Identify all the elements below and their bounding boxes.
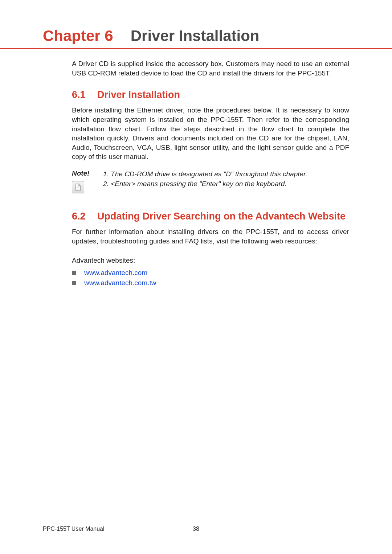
bullet-icon xyxy=(72,271,76,275)
footer-page-number: 38 xyxy=(193,526,199,532)
list-item: www.advantech.com xyxy=(72,269,349,277)
chapter-header: Chapter 6 Driver Installation xyxy=(43,27,349,49)
chapter-label: Chapter 6 xyxy=(43,27,113,45)
note-document-icon xyxy=(72,181,84,193)
note-left-column: Note! xyxy=(72,169,97,193)
note-label: Note! xyxy=(72,169,90,177)
page: Chapter 6 Driver Installation A Driver C… xyxy=(0,0,392,554)
section-title: Driver Installation xyxy=(97,89,180,100)
content-area: A Driver CD is supplied inside the acces… xyxy=(43,59,349,287)
chapter-title: Driver Installation xyxy=(131,27,260,45)
websites-label: Advantech websites: xyxy=(72,257,349,264)
section-number: 6.2 xyxy=(72,211,89,222)
section-number: 6.1 xyxy=(72,89,89,100)
footer-manual-name: PPC-155T User Manual xyxy=(43,526,105,532)
website-list: www.advantech.com www.advantech.com.tw xyxy=(72,269,349,287)
advantech-tw-link[interactable]: www.advantech.com.tw xyxy=(84,279,156,287)
note-item-1: 1. The CD-ROM drive is designated as "D"… xyxy=(103,169,307,179)
chapter-divider xyxy=(0,48,392,49)
section-6-2-heading: 6.2 Updating Driver Searching on the Adv… xyxy=(72,211,349,222)
intro-paragraph: A Driver CD is supplied inside the acces… xyxy=(72,59,349,78)
section-6-1-body: Before installing the Ethernet driver, n… xyxy=(72,106,349,161)
list-item: www.advantech.com.tw xyxy=(72,279,349,287)
note-text: 1. The CD-ROM drive is designated as "D"… xyxy=(103,169,307,193)
bullet-icon xyxy=(72,281,76,285)
page-footer: PPC-155T User Manual 38 xyxy=(43,526,349,532)
section-title: Updating Driver Searching on the Advante… xyxy=(97,211,346,222)
note-block: Note! 1. The CD-ROM drive is designated … xyxy=(72,169,349,193)
note-item-2: 2. <Enter> means pressing the "Enter" ke… xyxy=(103,179,307,189)
section-6-1-heading: 6.1 Driver Installation xyxy=(72,89,349,100)
chapter-title-line: Chapter 6 Driver Installation xyxy=(43,27,349,45)
advantech-link[interactable]: www.advantech.com xyxy=(84,269,147,277)
section-6-2-body: For further information about installing… xyxy=(72,227,349,246)
